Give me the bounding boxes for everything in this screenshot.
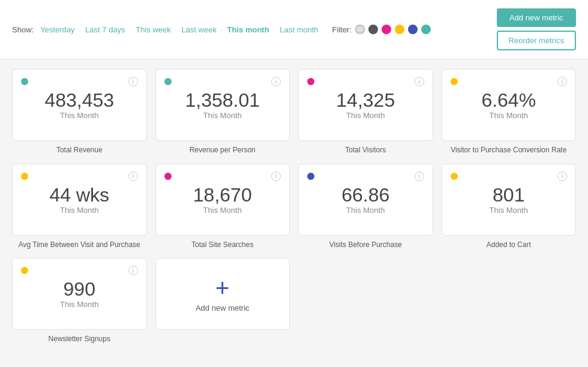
metric-value: 801 (451, 185, 568, 206)
filter-circle-5[interactable] (421, 25, 431, 34)
metric-card-site-searches: i 18,670 This Month Total Site Searches (155, 164, 290, 250)
card-top: i (307, 77, 424, 86)
metric-card-added-to-cart: i 801 This Month Added to Cart (442, 164, 577, 250)
dot-yellow (451, 173, 458, 180)
reorder-metrics-button[interactable]: Reorder metrics (497, 31, 576, 50)
metric-period: This Month (307, 111, 424, 120)
filter-thisweek[interactable]: This week (133, 24, 174, 35)
dot-yellow (451, 78, 458, 85)
info-icon[interactable]: i (128, 77, 138, 86)
card-top: i (21, 77, 138, 86)
metric-label: Total Visitors (298, 146, 433, 155)
filter-circles (355, 25, 431, 34)
metric-value: 6.64% (451, 90, 568, 111)
dot-green (164, 78, 172, 85)
metric-card-inner: i 801 This Month (442, 164, 577, 236)
metrics-row-1: i 483,453 This Month Total Revenue i 1,3… (12, 69, 576, 155)
metric-card-inner: i 18,670 This Month (155, 164, 290, 236)
card-top: i (307, 172, 424, 181)
show-section: Show: Yesterday · Last 7 days · This wee… (12, 24, 431, 35)
metric-card-revenue-per-person: i 1,358.01 This Month Revenue per Person (155, 69, 290, 155)
metrics-row-2: i 44 wks This Month Avg Time Between Vis… (12, 164, 576, 250)
add-new-metric-card[interactable]: + Add new metric (155, 258, 290, 344)
metric-value: 66.86 (307, 185, 424, 206)
metric-value: 14,325 (307, 90, 424, 111)
metric-label: Avg Time Between Visit and Purchase (12, 240, 147, 250)
metric-period: This Month (307, 206, 424, 215)
metric-value: 483,453 (21, 90, 138, 111)
metric-value: 990 (21, 279, 138, 300)
show-label: Show: (12, 25, 34, 34)
card-top: i (21, 172, 138, 181)
metric-label: Revenue per Person (155, 146, 290, 155)
dot-green (21, 78, 28, 85)
metric-period: This Month (451, 111, 568, 120)
card-top: i (21, 266, 138, 275)
filter-label: Filter: (332, 25, 352, 34)
metric-card-visits-before-purchase: i 66.86 This Month Visits Before Purchas… (298, 164, 433, 250)
metric-period: This Month (164, 111, 281, 120)
filter-circle-1[interactable] (368, 25, 378, 34)
metric-card-inner: i 6.64% This Month (442, 69, 577, 141)
metric-card-total-visitors: i 14,325 This Month Total Visitors (298, 69, 433, 155)
add-new-card-inner[interactable]: + Add new metric (155, 258, 290, 330)
metric-card-avg-time: i 44 wks This Month Avg Time Between Vis… (12, 164, 147, 250)
top-buttons: Add new metric Reorder metrics (497, 8, 576, 50)
metric-value: 18,670 (164, 185, 281, 206)
metric-card-inner: i 14,325 This Month (298, 69, 433, 141)
dot-blue (307, 173, 314, 180)
metric-period: This Month (451, 206, 568, 215)
metric-card-newsletter-signups: i 990 This Month Newsletter Signups (12, 258, 147, 344)
metric-period: This Month (164, 206, 281, 215)
show-filters: Yesterday · Last 7 days · This week · La… (37, 24, 321, 35)
metric-label: Total Site Searches (155, 240, 290, 250)
add-metric-button[interactable]: Add new metric (497, 8, 576, 27)
info-icon[interactable]: i (415, 172, 424, 181)
metric-period: This Month (21, 206, 138, 215)
info-icon[interactable]: i (415, 77, 424, 86)
metric-label: Visitor to Purchase Conversion Rate (442, 146, 577, 155)
metric-card-inner: i 990 This Month (12, 258, 147, 330)
filter-last7days[interactable]: Last 7 days (82, 24, 128, 35)
metric-card-inner: i 1,358.01 This Month (155, 69, 290, 141)
card-top: i (451, 172, 568, 181)
filter-thismonth[interactable]: This month (224, 24, 272, 35)
main-content: i 483,453 This Month Total Revenue i 1,3… (0, 59, 588, 354)
add-new-label: Add new metric (196, 303, 250, 312)
filter-circle-3[interactable] (395, 25, 404, 34)
filter-circle-2[interactable] (382, 25, 391, 34)
info-icon[interactable]: i (271, 172, 281, 181)
dot-pink (164, 173, 172, 180)
info-icon[interactable]: i (128, 172, 138, 181)
filter-lastweek[interactable]: Last week (178, 24, 220, 35)
dot-pink (307, 78, 314, 85)
dot-yellow (21, 173, 28, 180)
filter-circle-4[interactable] (408, 25, 418, 34)
filter-lastmonth[interactable]: Last month (277, 24, 321, 35)
metric-card-inner: i 483,453 This Month (12, 69, 147, 141)
metric-label: Visits Before Purchase (298, 240, 433, 250)
metric-card-total-revenue: i 483,453 This Month Total Revenue (12, 69, 147, 155)
filter-yesterday[interactable]: Yesterday (37, 24, 77, 35)
metric-value: 44 wks (21, 185, 138, 206)
info-icon[interactable]: i (557, 172, 567, 181)
metric-value: 1,358.01 (164, 90, 281, 111)
metric-label: Added to Cart (442, 240, 577, 250)
info-icon[interactable]: i (271, 77, 281, 86)
plus-icon: + (215, 276, 229, 300)
metric-label: Newsletter Signups (12, 335, 147, 344)
info-icon[interactable]: i (557, 77, 567, 86)
filter-circle-0[interactable] (355, 25, 365, 34)
dot-yellow (21, 267, 28, 274)
info-icon[interactable]: i (128, 266, 138, 275)
card-top: i (164, 172, 281, 181)
metric-period: This Month (21, 300, 138, 309)
metric-card-inner: i 66.86 This Month (298, 164, 433, 236)
top-bar: Show: Yesterday · Last 7 days · This wee… (0, 0, 588, 59)
metric-period: This Month (21, 111, 138, 120)
metric-card-inner: i 44 wks This Month (12, 164, 147, 236)
card-top: i (164, 77, 281, 86)
card-top: i (451, 77, 568, 86)
metric-card-conversion-rate: i 6.64% This Month Visitor to Purchase C… (442, 69, 577, 155)
metrics-row-3: i 990 This Month Newsletter Signups + Ad… (12, 258, 576, 344)
